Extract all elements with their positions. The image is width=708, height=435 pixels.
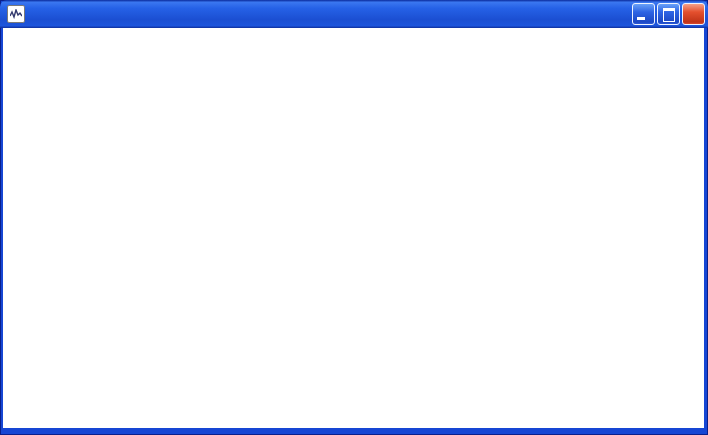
maximize-icon	[663, 8, 675, 22]
app-window	[0, 0, 708, 435]
waveform-chart-icon	[7, 5, 25, 23]
minimize-button[interactable]	[632, 3, 655, 25]
title-bar[interactable]	[0, 0, 708, 28]
minimize-icon	[637, 17, 645, 20]
maximize-button[interactable]	[657, 3, 680, 25]
window-controls	[632, 3, 705, 25]
close-button[interactable]	[682, 3, 705, 25]
plot-area[interactable]	[3, 28, 704, 428]
